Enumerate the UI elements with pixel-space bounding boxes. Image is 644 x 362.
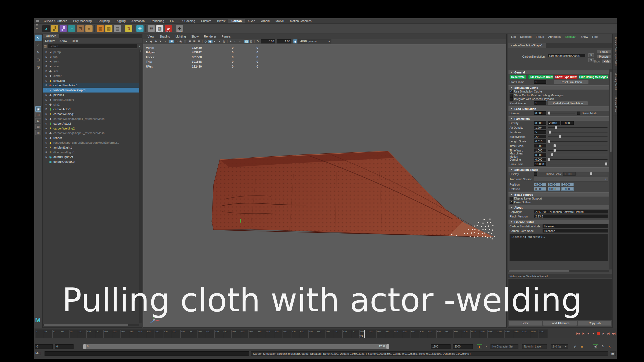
- paint-select-tool-icon[interactable]: ✎: [35, 49, 42, 56]
- script-editor-icon[interactable]: ▦: [610, 351, 616, 356]
- slider-handle[interactable]: [548, 158, 550, 161]
- expander-icon[interactable]: ⊞: [45, 51, 48, 53]
- dice-tool-icon[interactable]: ⊡: [77, 25, 84, 32]
- copy-tab-button[interactable]: Copy Tab: [578, 320, 612, 326]
- outliner-pane-layout-icon[interactable]: ▤: [35, 124, 41, 129]
- outliner-hscrollbar[interactable]: [43, 324, 139, 326]
- window-menu-icon[interactable]: [36, 20, 39, 22]
- param-slider[interactable]: [548, 139, 608, 143]
- outliner-item-persp[interactable]: ⊞◄persp: [43, 50, 139, 54]
- fps-dropdown[interactable]: 240 fps▾: [551, 344, 568, 349]
- speaker-icon[interactable]: ◀): [593, 344, 598, 349]
- hide-physics-draw-button[interactable]: Hide Physics Draw: [528, 75, 553, 79]
- step-back-frame-icon[interactable]: |◀: [581, 331, 585, 335]
- value-field[interactable]: 0.000: [561, 187, 574, 191]
- step-back-key-icon[interactable]: ◀: [586, 331, 590, 335]
- param-value-field[interactable]: 0.500: [534, 153, 546, 157]
- expander-icon[interactable]: ⊞: [45, 60, 48, 63]
- checkbox-icon[interactable]: [510, 97, 513, 101]
- split-pane-layout-icon[interactable]: ▥: [35, 130, 41, 135]
- node-name-field[interactable]: carbonSimulationShape1: [548, 54, 585, 57]
- deactivate-button[interactable]: Deactivate: [510, 75, 526, 79]
- outliner-menu-show[interactable]: Show: [57, 39, 69, 42]
- load-attributes-button[interactable]: Load Attributes: [543, 320, 577, 326]
- range-start-handle[interactable]: [83, 344, 86, 349]
- menu-bifrost[interactable]: Bifrost: [214, 19, 228, 23]
- partial-reset-simulation-button[interactable]: Partial Reset Simulation: [548, 101, 588, 105]
- param-slider[interactable]: [548, 126, 608, 129]
- slider-handle[interactable]: [551, 153, 553, 156]
- param-slider[interactable]: [548, 153, 608, 157]
- expander-icon[interactable]: ⊟: [45, 84, 48, 87]
- outliner-item-carbonwelding2[interactable]: ⊞✦carbonWelding2: [43, 126, 139, 131]
- outliner-item-simcloth[interactable]: ⊞▲simCloth: [43, 78, 139, 83]
- param-slider[interactable]: [548, 158, 608, 161]
- expander-icon[interactable]: ⊞: [45, 79, 48, 82]
- param-slider[interactable]: [548, 162, 608, 166]
- value-field[interactable]: 0.000: [561, 121, 574, 125]
- slider-handle[interactable]: [554, 144, 556, 147]
- playback-end-field[interactable]: 1200: [431, 344, 451, 349]
- section-simulation-cache[interactable]: ▼Simulation Cache: [508, 85, 609, 90]
- param-value-field[interactable]: 20: [534, 135, 546, 138]
- outliner-item-sim1[interactable]: ⊞◆sim1: [43, 102, 139, 107]
- pin-node-icon[interactable]: ⧉: [588, 53, 594, 57]
- param-value-field[interactable]: 1.204: [534, 126, 546, 129]
- ae-menu-display[interactable]: [Display]: [563, 35, 578, 38]
- ae-menu-help[interactable]: Help: [590, 35, 601, 38]
- outliner-item-front[interactable]: ⊞◄front: [43, 59, 139, 64]
- param-value-field[interactable]: 10.000: [534, 162, 546, 166]
- play-backwards-icon[interactable]: ◀: [591, 331, 595, 335]
- anim-layer-dropdown[interactable]: No Anim Layer: [522, 344, 547, 349]
- outliner-item-directionallight1[interactable]: ⊞✶directionalLight1: [43, 150, 139, 155]
- ae-hscrollbar[interactable]: [508, 270, 609, 272]
- reset-frame-field[interactable]: 1: [534, 101, 546, 105]
- ae-menu-show[interactable]: Show: [579, 35, 590, 38]
- anim-end-field[interactable]: 2000: [453, 344, 473, 349]
- playback-start-field[interactable]: 0: [55, 344, 74, 349]
- filter-icon[interactable]: ◫: [43, 45, 47, 48]
- slider-handle[interactable]: [555, 126, 557, 129]
- menu-fx[interactable]: FX: [167, 19, 177, 23]
- mel-label[interactable]: MEL: [35, 352, 41, 355]
- shelf-tab-switchers[interactable]: ☰ ❖: [36, 24, 38, 30]
- range-end-handle[interactable]: [386, 344, 389, 349]
- param-value-field[interactable]: 0.010: [534, 139, 546, 143]
- ae-menu-list[interactable]: List: [509, 35, 518, 38]
- menu-motion-graphics[interactable]: Motion Graphics: [287, 19, 314, 23]
- value-field[interactable]: 0.000: [548, 187, 560, 191]
- param-slider[interactable]: [548, 149, 608, 152]
- value-field[interactable]: 0.000: [548, 183, 560, 186]
- cloth-preset-purple-icon[interactable]: ▞: [60, 25, 67, 32]
- gizmo-scale-slider[interactable]: [577, 172, 608, 176]
- expander-icon[interactable]: ⊞: [45, 136, 48, 139]
- menu-arnold[interactable]: Arnold: [258, 19, 273, 23]
- expander-icon[interactable]: ⊞: [45, 56, 48, 58]
- ae-menu-focus[interactable]: Focus: [534, 35, 546, 38]
- mel-input[interactable]: [45, 351, 249, 356]
- expander-icon[interactable]: ⊞: [45, 146, 48, 149]
- outliner-menu-display[interactable]: Display: [43, 39, 57, 42]
- menu-rigging[interactable]: Rigging: [113, 19, 129, 23]
- clip-editor-icon[interactable]: ▦: [580, 344, 584, 349]
- slider-handle[interactable]: [559, 135, 561, 138]
- reset-simulation-button[interactable]: Reset Simulation: [554, 80, 589, 84]
- carbon-cloth-shelf-icon[interactable]: ▩Cloth: [156, 25, 163, 32]
- shelf-grid-icon[interactable]: ❖: [36, 28, 38, 30]
- value-field[interactable]: 0.000: [534, 121, 546, 125]
- param-slider[interactable]: [548, 144, 608, 147]
- four-pane-layout-icon[interactable]: ⊞: [35, 118, 41, 123]
- expander-icon[interactable]: ⊞: [45, 132, 48, 134]
- outliner-vscrollbar[interactable]: ▲: [139, 50, 142, 323]
- outliner-item-rendershape-simrefshapecarbonmeshdeformer1[interactable]: ⊞▲renderShape_simrefShapecarbonMeshDefor…: [43, 140, 139, 145]
- expander-icon[interactable]: ⊞: [45, 94, 48, 96]
- outliner-item-sim[interactable]: ⊞◆sim: [43, 69, 139, 73]
- fan-tool-icon[interactable]: ✣: [136, 25, 144, 32]
- sidetab-attribute-editor[interactable]: Attribute Editor: [613, 93, 617, 116]
- soft-select-tool-icon[interactable]: ◎: [35, 64, 42, 70]
- checkbox-checked-icon[interactable]: ✓: [510, 201, 513, 204]
- outliner-item-simref[interactable]: ⊞◆simref: [43, 73, 139, 78]
- outliner-item-pplane1[interactable]: ⊞◆pPlane1: [43, 93, 139, 97]
- lasso-tool-icon[interactable]: ◌: [35, 42, 42, 48]
- palette-icon[interactable]: ▤: [114, 25, 121, 32]
